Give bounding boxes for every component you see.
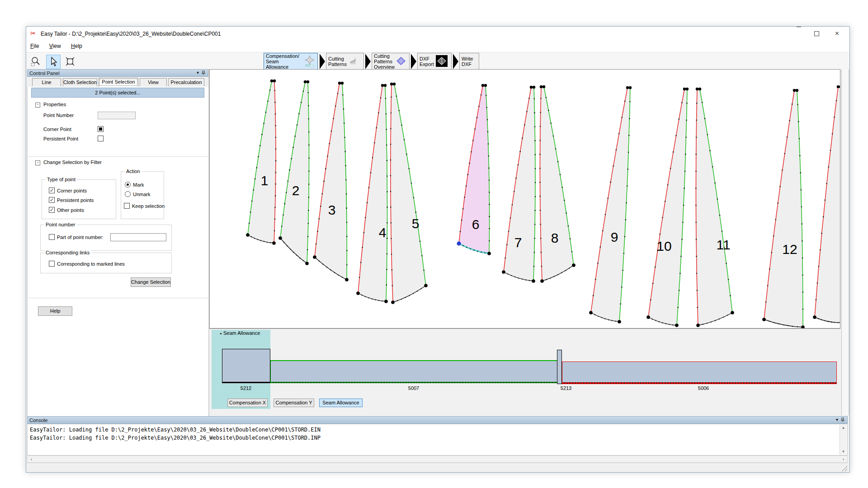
keep-selection-checkbox[interactable]: [124, 203, 130, 209]
mark-radio[interactable]: [125, 182, 131, 188]
seam-bar-5006[interactable]: [562, 361, 837, 384]
corner-point-dot[interactable]: [793, 89, 796, 92]
pattern-piece[interactable]: 8: [539, 85, 576, 283]
workflow-write-dxf-button[interactable]: Write DXF: [459, 53, 479, 70]
corner-point-dot[interactable]: [356, 291, 360, 295]
corner-point-dot[interactable]: [391, 300, 395, 304]
console-vertical-scrollbar[interactable]: ▲▼: [840, 425, 847, 455]
corner-point-dot[interactable]: [278, 236, 282, 240]
corner-point-dot[interactable]: [813, 315, 816, 319]
corner-point-dot[interactable]: [796, 89, 798, 92]
corner-point-dot[interactable]: [393, 83, 396, 85]
corner-point-dot[interactable]: [272, 241, 276, 245]
persistent-point-checkbox[interactable]: [98, 136, 104, 141]
panel-dropdown-icon[interactable]: ▾: [197, 70, 199, 75]
pattern-canvas[interactable]: 123456789101112: [209, 69, 840, 328]
corner-point-dot[interactable]: [381, 84, 384, 87]
pattern-piece[interactable]: 4: [356, 84, 388, 303]
corner-point-dot[interactable]: [675, 324, 679, 327]
corner-point-dot[interactable]: [304, 80, 307, 83]
panel-pin-icon[interactable]: [201, 70, 206, 76]
zoom-extents-tool-button[interactable]: [63, 55, 77, 68]
collapse-filter-icon[interactable]: −: [35, 160, 40, 165]
corner-points-checkbox[interactable]: ✓: [49, 188, 55, 193]
part-of-point-number-checkbox[interactable]: [49, 234, 55, 240]
console-dropdown-icon[interactable]: ▾: [836, 417, 838, 422]
point-number-field[interactable]: [98, 112, 136, 119]
zoom-tool-button[interactable]: [29, 55, 42, 68]
corner-point-dot[interactable]: [484, 84, 487, 87]
part-of-point-number-input[interactable]: [110, 233, 166, 241]
corner-point-dot[interactable]: [424, 284, 428, 287]
corner-point-dot[interactable]: [502, 270, 505, 274]
persistent-points-checkbox[interactable]: ✓: [49, 197, 55, 203]
scroll-down-icon[interactable]: ▼: [840, 450, 847, 454]
corner-point-dot[interactable]: [629, 86, 632, 89]
console-pin-icon[interactable]: [840, 418, 845, 423]
corresponding-to-marked-lines-checkbox[interactable]: [49, 261, 55, 267]
corner-point-dot[interactable]: [246, 233, 250, 237]
corner-point-dot[interactable]: [530, 86, 533, 89]
pattern-piece[interactable]: 7: [502, 86, 536, 283]
corner-point-dot[interactable]: [762, 318, 766, 321]
corner-point-dot[interactable]: [540, 279, 544, 283]
corner-point-dot[interactable]: [698, 88, 701, 90]
corner-point-dot[interactable]: [384, 84, 387, 87]
corner-point-dot[interactable]: [273, 80, 276, 82]
corner-point-dot[interactable]: [270, 80, 273, 82]
unmark-radio[interactable]: [125, 191, 131, 197]
corner-point-dot[interactable]: [384, 300, 388, 303]
close-button[interactable]: ✕: [827, 27, 847, 40]
resize-grip[interactable]: [842, 466, 847, 471]
tab-view-options[interactable]: View Options: [140, 78, 167, 86]
tab-line-selection[interactable]: Line Selection: [32, 78, 61, 86]
workflow-compensation-seam-allowance-button[interactable]: Compensation/ Seam Allowance: [264, 53, 318, 70]
scroll-right-icon[interactable]: ›: [840, 456, 847, 462]
corner-point-dot[interactable]: [618, 320, 621, 324]
corner-point-dot[interactable]: [390, 83, 393, 85]
menu-help[interactable]: Help: [67, 41, 86, 51]
corner-point-dot[interactable]: [696, 324, 700, 327]
corner-point-dot[interactable]: [540, 85, 542, 88]
workflow-cutting-patterns-button[interactable]: Cutting Patterns: [326, 53, 364, 70]
pattern-piece[interactable]: 9: [589, 86, 632, 324]
corner-point-dot[interactable]: [345, 278, 349, 282]
menu-file[interactable]: File: [26, 41, 43, 51]
pattern-piece[interactable]: 1: [246, 80, 276, 245]
pattern-piece[interactable]: 12: [762, 89, 805, 328]
tab-compensation-x[interactable]: Compensation X: [227, 399, 268, 407]
canvas-vertical-scrollbar[interactable]: [841, 69, 849, 415]
collapse-properties-icon[interactable]: −: [35, 103, 40, 108]
corner-point-dot[interactable]: [307, 80, 309, 83]
corner-point-dot[interactable]: [572, 263, 576, 267]
corner-point-dot[interactable]: [731, 311, 734, 314]
corner-point-dot[interactable]: [313, 255, 316, 259]
pattern-piece[interactable]: 3: [313, 82, 349, 282]
tab-point-selection[interactable]: Point Selection: [99, 78, 138, 87]
selected-point-dot[interactable]: [457, 242, 461, 246]
help-button[interactable]: Help: [38, 306, 72, 316]
pattern-piece[interactable]: 10: [646, 88, 689, 327]
pattern-piece[interactable]: 5: [390, 83, 428, 304]
other-points-checkbox[interactable]: ✓: [49, 207, 55, 213]
corner-point-dot[interactable]: [837, 85, 840, 88]
menu-view[interactable]: View: [45, 41, 65, 51]
tab-precalculation[interactable]: Precalculation: [168, 78, 204, 86]
corner-point-dot[interactable]: [589, 311, 593, 314]
tab-seam-allowance[interactable]: Seam Allowance: [319, 399, 363, 407]
corner-point-dot[interactable]: [683, 88, 686, 90]
change-selection-button[interactable]: Change Selection: [131, 277, 171, 287]
corner-point-dot[interactable]: [696, 88, 698, 90]
pattern-piece[interactable]: 11: [695, 88, 734, 327]
maximize-button[interactable]: [807, 27, 827, 40]
scroll-up-icon[interactable]: ▲: [840, 426, 847, 430]
pattern-piece[interactable]: 2: [278, 80, 310, 265]
seam-bar-5007[interactable]: [270, 360, 557, 383]
corner-point-dot[interactable]: [481, 84, 484, 87]
workflow-dxf-export-button[interactable]: DXF Export: [417, 53, 452, 70]
corner-point-dot[interactable]: [626, 86, 629, 89]
tab-compensation-y[interactable]: Compensation Y: [274, 399, 314, 407]
corner-point-dot[interactable]: [338, 82, 341, 84]
corner-point-dot[interactable]: [646, 315, 650, 319]
corner-point-dot[interactable]: [542, 85, 545, 88]
